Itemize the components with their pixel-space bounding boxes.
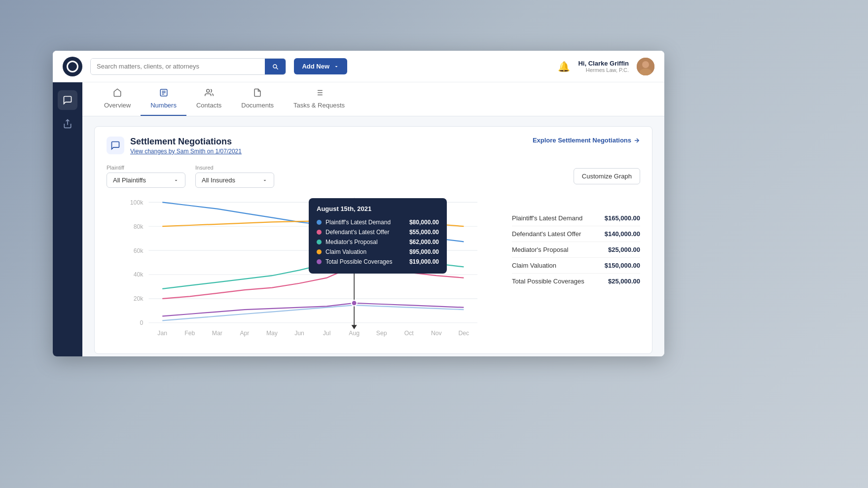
legend-value-1: $140,000.00 [605,230,640,238]
legend-name-0: Plaintiff's Latest Demand [512,214,582,222]
chart-tooltip: August 15th, 2021 Plaintiff's Latest Dem… [309,198,447,274]
tooltip-dot-3 [317,249,322,254]
sidebar [53,82,82,356]
add-new-button[interactable]: Add New [294,58,347,74]
numbers-icon [159,88,168,100]
legend-name-2: Mediator's Proposal [512,246,568,253]
tooltip-dot-1 [317,230,322,235]
avatar[interactable] [637,58,654,75]
tooltip-dot-0 [317,220,322,225]
card-title: Settlement Negotiations [130,137,242,147]
tooltip-dot-2 [317,240,322,244]
tooltip-row-2: Mediator's Proposal $62,000.00 [317,237,439,247]
tab-contacts[interactable]: Contacts [186,82,231,116]
card-subtitle[interactable]: View changes by Sam Smith on 1/07/2021 [130,148,242,155]
svg-marker-42 [352,325,357,329]
legend-value-4: $25,000.00 [608,278,640,285]
tab-documents-label: Documents [241,102,274,109]
tooltip-dot-4 [317,259,322,264]
tooltip-value-2: $62,000.00 [409,239,439,245]
app-window: Add New 🔔 Hi, Clarke Griffin Hermes Law,… [53,51,664,356]
sidebar-item-share[interactable] [58,114,77,134]
svg-text:Mar: Mar [212,330,222,337]
tasks-icon [315,88,324,100]
svg-text:May: May [266,330,278,337]
svg-point-1 [642,61,649,68]
tooltip-label-0: Plaintiff's Latest Demand [326,219,391,226]
user-info: Hi, Clarke Griffin Hermes Law, P.C. [578,60,629,73]
svg-text:0: 0 [140,319,144,326]
svg-text:Jan: Jan [157,330,167,337]
svg-text:Sep: Sep [376,330,387,337]
insured-select[interactable]: All Insureds [195,173,274,188]
tooltip-label-1: Defendant's Latest Offer [326,229,389,236]
tab-overview-label: Overview [104,102,131,109]
header: Add New 🔔 Hi, Clarke Griffin Hermes Law,… [53,51,664,82]
documents-icon [253,88,262,100]
logo [63,57,82,76]
page-content: Settlement Negotiations View changes by … [82,116,664,356]
svg-text:Apr: Apr [240,330,249,337]
filters-row: Plaintiff All Plaintiffs Insured All Ins… [107,165,640,188]
svg-text:40k: 40k [134,271,144,278]
insured-filter-group: Insured All Insureds [195,165,274,188]
insured-label: Insured [195,165,274,171]
overview-icon [113,88,122,100]
tooltip-label-3: Claim Valuation [326,248,366,255]
svg-text:Feb: Feb [184,330,195,337]
tooltip-date: August 15th, 2021 [317,205,439,212]
tooltip-value-3: $95,000.00 [409,248,439,255]
legend-row-4: Total Possible Coverages $25,000.00 [512,274,640,289]
svg-point-8 [206,89,209,92]
search-button[interactable] [265,59,286,74]
svg-point-47 [352,300,357,306]
svg-text:Aug: Aug [349,330,360,337]
plaintiff-label: Plaintiff [107,165,185,171]
svg-text:Jul: Jul [323,330,331,337]
sidebar-item-chat[interactable] [58,90,77,110]
logo-icon [67,61,78,72]
tooltip-rows: Plaintiff's Latest Demand $80,000.00 Def… [317,217,439,267]
svg-text:80k: 80k [134,223,144,230]
notification-bell-icon[interactable]: 🔔 [558,61,570,72]
chart-wrapper: 100k 80k 60k 40k 20k 0 [107,196,640,344]
tooltip-row-3: Claim Valuation $95,000.00 [317,247,439,257]
tab-overview[interactable]: Overview [94,82,141,116]
plaintiff-filter-group: Plaintiff All Plaintiffs [107,165,185,188]
customize-graph-button[interactable]: Customize Graph [574,168,640,184]
tooltip-value-0: $80,000.00 [409,219,439,226]
tooltip-label-4: Total Possible Coverages [326,258,392,265]
plaintiff-select[interactable]: All Plaintiffs [107,173,185,188]
explore-link[interactable]: Explore Settlement Negotiations [533,137,640,144]
svg-text:100k: 100k [130,199,144,206]
tab-contacts-label: Contacts [196,102,221,109]
settlement-icon [107,137,124,154]
tab-numbers-label: Numbers [150,102,177,109]
tooltip-value-4: $19,000.00 [409,258,439,265]
user-firm: Hermes Law, P.C. [586,67,629,73]
chart-legend-panel: Plaintiff's Latest Demand $165,000.00 De… [512,210,640,289]
legend-name-1: Defendant's Latest Offer [512,230,581,238]
search-input[interactable] [91,59,265,74]
legend-row-3: Claim Valuation $150,000.00 [512,258,640,274]
tooltip-label-2: Mediator's Proposal [326,239,378,245]
tab-documents[interactable]: Documents [231,82,284,116]
tooltip-row-1: Defendant's Latest Offer $55,000.00 [317,227,439,237]
legend-value-0: $165,000.00 [605,214,640,222]
card-title-area: Settlement Negotiations View changes by … [107,137,242,155]
tab-numbers[interactable]: Numbers [141,82,186,116]
svg-text:Dec: Dec [458,330,469,337]
header-right: 🔔 Hi, Clarke Griffin Hermes Law, P.C. [558,58,654,75]
settlement-card: Settlement Negotiations View changes by … [94,126,652,354]
card-title-text: Settlement Negotiations View changes by … [130,137,242,155]
search-bar [90,58,286,75]
content-area: Overview Numbers Contacts [82,82,664,356]
svg-text:Jun: Jun [294,330,304,337]
legend-name-3: Claim Valuation [512,262,556,269]
tooltip-value-1: $55,000.00 [409,229,439,236]
contacts-icon [205,88,214,100]
user-name: Hi, Clarke Griffin [578,60,629,67]
tab-tasks[interactable]: Tasks & Requests [284,82,355,116]
legend-row-1: Defendant's Latest Offer $140,000.00 [512,226,640,242]
tooltip-row-4: Total Possible Coverages $19,000.00 [317,257,439,267]
